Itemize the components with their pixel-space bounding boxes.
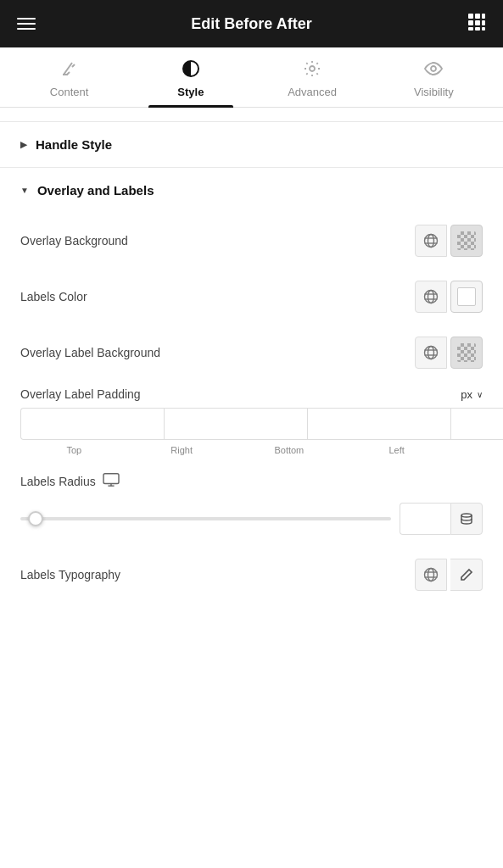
svg-rect-25 <box>103 474 119 484</box>
handle-style-section-header[interactable]: ▶ Handle Style <box>0 122 503 167</box>
overlay-background-row: Overlay Background <box>0 213 503 269</box>
checker-pattern-overlay-bg <box>457 231 476 250</box>
style-icon <box>182 59 200 81</box>
labels-color-row: Labels Color <box>0 269 503 325</box>
svg-point-13 <box>425 235 438 248</box>
tab-bar: Content Style Advanced <box>0 47 503 108</box>
padding-bottom-label: Bottom <box>236 445 344 455</box>
monitor-icon[interactable] <box>103 472 120 491</box>
labels-radius-label-group: Labels Radius <box>20 472 120 491</box>
svg-rect-5 <box>482 20 485 25</box>
tab-advanced-label: Advanced <box>288 86 337 98</box>
padding-unit-value: px <box>461 388 472 401</box>
svg-rect-4 <box>475 20 480 25</box>
overlay-background-color-button[interactable] <box>450 225 483 257</box>
padding-left-label: Left <box>343 445 450 455</box>
typography-globe-button[interactable] <box>415 559 447 591</box>
svg-point-32 <box>428 569 434 581</box>
overlay-label-background-controls <box>415 337 483 369</box>
menu-button[interactable] <box>17 18 36 30</box>
overlay-background-controls <box>415 225 483 257</box>
labels-color-controls <box>415 281 483 313</box>
overlay-background-label: Overlay Background <box>20 234 128 248</box>
labels-radius-slider-row: 2 <box>0 496 503 547</box>
radius-slider-track[interactable] <box>20 517 391 520</box>
handle-style-arrow: ▶ <box>20 140 27 149</box>
radius-layers-button[interactable] <box>450 503 483 535</box>
padding-bottom-input[interactable] <box>307 408 450 440</box>
svg-point-17 <box>425 291 438 303</box>
svg-rect-3 <box>468 20 473 25</box>
labels-color-label: Labels Color <box>20 290 87 303</box>
padding-inputs-row <box>0 404 503 443</box>
padding-link-space <box>450 445 483 455</box>
labels-color-swatch <box>457 287 476 306</box>
padding-unit-chevron: ∨ <box>477 390 483 399</box>
tab-content[interactable]: Content <box>8 47 130 107</box>
advanced-icon <box>303 59 321 81</box>
radius-value-input[interactable]: 2 <box>400 503 450 535</box>
radius-slider-thumb[interactable] <box>28 511 43 526</box>
visibility-icon <box>424 59 443 81</box>
checker-pattern-overlay-label-bg <box>457 343 476 362</box>
tab-style-label: Style <box>177 86 204 98</box>
overlay-labels-arrow: ▼ <box>20 186 29 195</box>
overlay-label-bg-color-button[interactable] <box>450 337 483 369</box>
labels-typography-controls <box>415 559 483 591</box>
overlay-label-padding-label: Overlay Label Padding <box>20 387 141 401</box>
overlay-background-globe-button[interactable] <box>415 225 447 257</box>
labels-radius-label: Labels Radius <box>20 475 96 488</box>
padding-top-input[interactable] <box>20 408 164 440</box>
labels-typography-label: Labels Typography <box>20 568 120 581</box>
overlay-labels-section-header[interactable]: ▼ Overlay and Labels <box>0 168 503 213</box>
labels-typography-row: Labels Typography <box>0 547 503 603</box>
typography-edit-button[interactable] <box>450 559 483 591</box>
labels-color-swatch-button[interactable] <box>450 281 483 313</box>
radius-value-group: 2 <box>400 503 483 535</box>
svg-point-18 <box>428 291 434 303</box>
tab-content-label: Content <box>50 86 89 98</box>
svg-point-31 <box>425 569 438 581</box>
overlay-label-background-row: Overlay Label Background <box>0 325 503 381</box>
tab-advanced[interactable]: Advanced <box>252 47 373 107</box>
tab-style[interactable]: Style <box>130 47 251 107</box>
overlay-labels-label: Overlay and Labels <box>37 183 154 198</box>
padding-left-input[interactable] <box>450 408 503 440</box>
svg-rect-2 <box>482 14 485 19</box>
svg-rect-8 <box>482 27 485 31</box>
svg-point-21 <box>425 347 438 359</box>
overlay-label-bg-globe-button[interactable] <box>415 337 447 369</box>
handle-style-label: Handle Style <box>36 137 112 152</box>
padding-top-label: Top <box>20 445 128 455</box>
overlay-label-padding-row: Overlay Label Padding px ∨ <box>0 381 503 404</box>
overlay-label-background-label: Overlay Label Background <box>20 346 160 359</box>
page-title: Edit Before After <box>191 15 311 33</box>
padding-unit-select[interactable]: px ∨ <box>461 388 483 401</box>
svg-rect-6 <box>468 27 473 31</box>
svg-rect-0 <box>468 14 473 19</box>
app-header: Edit Before After <box>0 0 503 47</box>
grid-menu-button[interactable] <box>467 13 486 35</box>
padding-labels-row: Top Right Bottom Left <box>0 443 503 464</box>
svg-rect-7 <box>475 27 480 31</box>
svg-point-11 <box>310 66 315 71</box>
svg-point-28 <box>461 514 472 517</box>
svg-point-14 <box>428 235 434 248</box>
tab-visibility[interactable]: Visibility <box>373 47 495 107</box>
labels-radius-row: Labels Radius <box>0 464 503 496</box>
tab-visibility-label: Visibility <box>414 86 454 98</box>
padding-right-input[interactable] <box>164 408 307 440</box>
padding-right-label: Right <box>128 445 236 455</box>
overlay-labels-content: Overlay Background Labels Color <box>0 213 503 603</box>
labels-color-globe-button[interactable] <box>415 281 447 313</box>
svg-rect-1 <box>475 14 480 19</box>
tabs-container: Content Style Advanced <box>0 47 503 108</box>
svg-point-12 <box>431 66 436 71</box>
content-icon <box>60 59 79 81</box>
svg-point-22 <box>428 347 434 359</box>
